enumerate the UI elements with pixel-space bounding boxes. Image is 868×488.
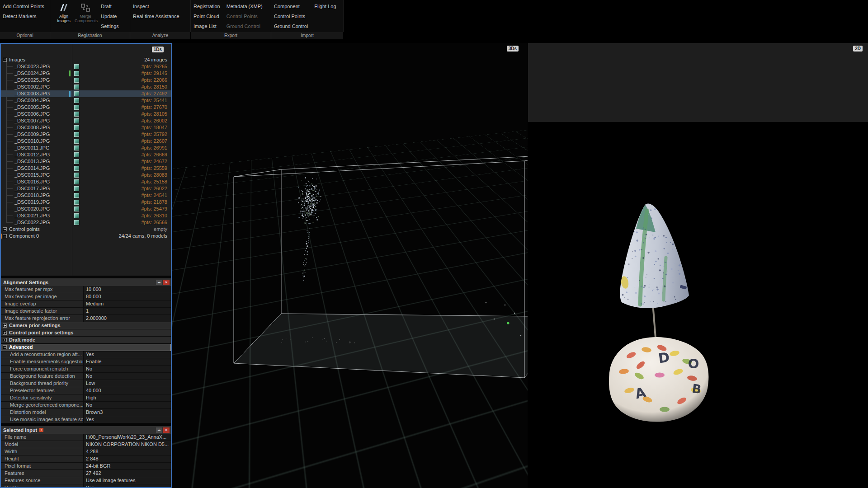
ribbon-button[interactable]: Point Cloud	[193, 11, 220, 21]
ribbon-button[interactable]: Draft	[101, 1, 119, 11]
setting-row[interactable]: File name I:\00_PersonalWork\20_23_AnnaX…	[1, 434, 171, 441]
setting-row[interactable]: Merge georeferenced compone... No	[1, 402, 171, 409]
setting-row[interactable]: Features 27 492	[1, 470, 171, 477]
component-row[interactable]: Component 0 24/24 cams, 0 models	[1, 233, 171, 239]
image-row[interactable]: _DSC0008.JPG #pts: 18047	[1, 124, 171, 131]
setting-row[interactable]: Max features per image 80 000	[1, 293, 171, 300]
images-root-row[interactable]: Images 24 images	[1, 56, 171, 63]
ribbon-button[interactable]: Flight Log	[314, 1, 336, 11]
align-images-icon	[53, 2, 75, 14]
close-icon[interactable]	[163, 280, 170, 285]
setting-row[interactable]: Pixel format 24-bit BGR	[1, 463, 171, 470]
selected-input-header[interactable]: Selected input	[1, 426, 171, 434]
image-row[interactable]: _DSC0009.JPG #pts: 25792	[1, 131, 171, 138]
image-row[interactable]: _DSC0005.JPG #pts: 27670	[1, 104, 171, 111]
setting-row[interactable]: Force component rematch No	[1, 366, 171, 373]
image-row[interactable]: _DSC0025.JPG #pts: 22066	[1, 77, 171, 84]
ribbon-button[interactable]: Image List	[193, 21, 220, 31]
image-row[interactable]: _DSC0018.JPG #pts: 24541	[1, 192, 171, 199]
image-row[interactable]: _DSC0006.JPG #pts: 28105	[1, 111, 171, 117]
image-row[interactable]: _DSC0004.JPG #pts: 25441	[1, 97, 171, 104]
ribbon-button[interactable]: Real-time Assistance	[133, 11, 188, 21]
setting-row[interactable]: Background thread priority Low	[1, 380, 171, 387]
image-row[interactable]: _DSC0007.JPG #pts: 26002	[1, 117, 171, 124]
image-row[interactable]: _DSC0015.JPG #pts: 28083	[1, 172, 171, 178]
setting-row[interactable]: Add a reconstruction region aft... Yes	[1, 351, 171, 358]
close-icon[interactable]	[163, 427, 170, 433]
ribbon-tab-registration[interactable]: Registration	[50, 32, 130, 39]
collapse-icon[interactable]	[3, 58, 7, 62]
image-row[interactable]: _DSC0003.JPG #pts: 27492	[1, 90, 171, 97]
image-row[interactable]: _DSC0002.JPG #pts: 28150	[1, 84, 171, 90]
image-row[interactable]: _DSC0017.JPG #pts: 26022	[1, 185, 171, 192]
ribbon-tab-optional[interactable]: Optional	[0, 32, 50, 39]
settings-section-row[interactable]: Draft mode	[1, 337, 171, 344]
ribbon-button[interactable]: Registration	[193, 1, 220, 11]
expand-icon[interactable]	[3, 324, 7, 328]
image-row[interactable]: _DSC0024.JPG #pts: 29145	[1, 70, 171, 77]
ribbon-tab-export[interactable]: Export	[191, 32, 271, 39]
ribbon-button[interactable]: Update	[101, 11, 119, 21]
settings-section-row[interactable]: Control point prior settings	[1, 329, 171, 337]
ribbon-button[interactable]: Ground Control	[226, 21, 263, 31]
ribbon-button[interactable]: Ground Control	[274, 21, 308, 31]
setting-row[interactable]: Max features per mpx 10 000	[1, 286, 171, 293]
ribbon-button[interactable]: Control Points	[226, 11, 263, 21]
view-badge-3ds[interactable]: 3Ds	[507, 46, 519, 52]
view-badge-1ds[interactable]: 1Ds	[152, 47, 164, 52]
collapse-icon[interactable]	[3, 227, 7, 231]
collapse-icon[interactable]	[3, 345, 7, 349]
merge-components-button[interactable]: Merge Components	[75, 1, 96, 31]
collapse-icon[interactable]	[3, 234, 7, 238]
images-panel-1ds[interactable]: 1Ds Images 24 images _DSC0023.JPG #pts: …	[1, 44, 171, 276]
image-row[interactable]: _DSC0020.JPG #pts: 25479	[1, 206, 171, 212]
ribbon-button[interactable]: Component	[274, 1, 308, 11]
dock-arrows-icon[interactable]	[156, 427, 162, 433]
setting-row[interactable]: Features source Use all image features	[1, 477, 171, 484]
view-badge-2d[interactable]: 2D	[853, 46, 863, 52]
image-row[interactable]: _DSC0013.JPG #pts: 24672	[1, 158, 171, 165]
setting-row[interactable]: Distortion model Brown3	[1, 409, 171, 416]
expand-icon[interactable]	[3, 331, 7, 335]
view-2d[interactable]: D O A B 2D	[528, 43, 868, 488]
setting-row[interactable]: Image overlap Medium	[1, 300, 171, 308]
setting-row[interactable]: Detector sensitivity High	[1, 394, 171, 402]
image-row[interactable]: _DSC0011.JPG #pts: 26991	[1, 145, 171, 151]
setting-row[interactable]: Image downscale factor 1	[1, 308, 171, 315]
setting-row[interactable]: Width 4 288	[1, 448, 171, 455]
setting-row[interactable]: Enable measurements suggestions Enable	[1, 358, 171, 366]
setting-row[interactable]: Model NIKON CORPORATION NIKON D5...	[1, 441, 171, 448]
ribbon-tab-analyze[interactable]: Analyze	[130, 32, 191, 39]
ribbon-button[interactable]: Inspect	[133, 1, 188, 11]
align-images-button[interactable]: Align Images	[53, 1, 75, 31]
ribbon-tab-import[interactable]: Import	[271, 32, 344, 39]
expand-icon[interactable]	[3, 338, 7, 342]
ribbon-button[interactable]: Detect Markers	[3, 11, 47, 21]
settings-section-advanced[interactable]: Advanced	[1, 344, 171, 351]
image-row[interactable]: _DSC0014.JPG #pts: 25559	[1, 165, 171, 172]
ribbon-button[interactable]: Add Control Points	[3, 1, 47, 11]
setting-row[interactable]: Background feature detection No	[1, 373, 171, 380]
control-points-row[interactable]: Control points empty	[1, 226, 171, 233]
setting-row[interactable]: Height 2 848	[1, 455, 171, 463]
image-row[interactable]: _DSC0016.JPG #pts: 25158	[1, 178, 171, 185]
setting-row[interactable]: Use mosaic images as feature so... Yes	[1, 416, 171, 423]
viewport-3d[interactable]: 3Ds	[172, 43, 528, 488]
settings-section-row[interactable]: Camera prior settings	[1, 322, 171, 329]
ribbon-button[interactable]: Settings	[101, 21, 119, 31]
setting-row[interactable]: Visible Yes	[1, 484, 171, 487]
image-row[interactable]: _DSC0021.JPG #pts: 26310	[1, 212, 171, 219]
ribbon-button[interactable]: Metadata (XMP)	[226, 1, 263, 11]
image-row[interactable]: _DSC0012.JPG #pts: 26669	[1, 151, 171, 158]
ribbon: Add Control PointsDetect Markers Align I…	[0, 0, 868, 39]
ribbon-group-optional: Add Control PointsDetect Markers	[0, 0, 50, 32]
ribbon-button[interactable]: Control Points	[274, 11, 308, 21]
image-row[interactable]: _DSC0022.JPG #pts: 26566	[1, 219, 171, 226]
image-row[interactable]: _DSC0019.JPG #pts: 21878	[1, 199, 171, 206]
alignment-settings-header[interactable]: Alignment Settings	[1, 278, 171, 286]
image-row[interactable]: _DSC0023.JPG #pts: 26265	[1, 63, 171, 70]
dock-arrows-icon[interactable]	[156, 280, 162, 285]
setting-row[interactable]: Preselector features 40 000	[1, 387, 171, 394]
setting-row[interactable]: Max feature reprojection error 2.000000	[1, 315, 171, 322]
image-row[interactable]: _DSC0010.JPG #pts: 22607	[1, 138, 171, 145]
